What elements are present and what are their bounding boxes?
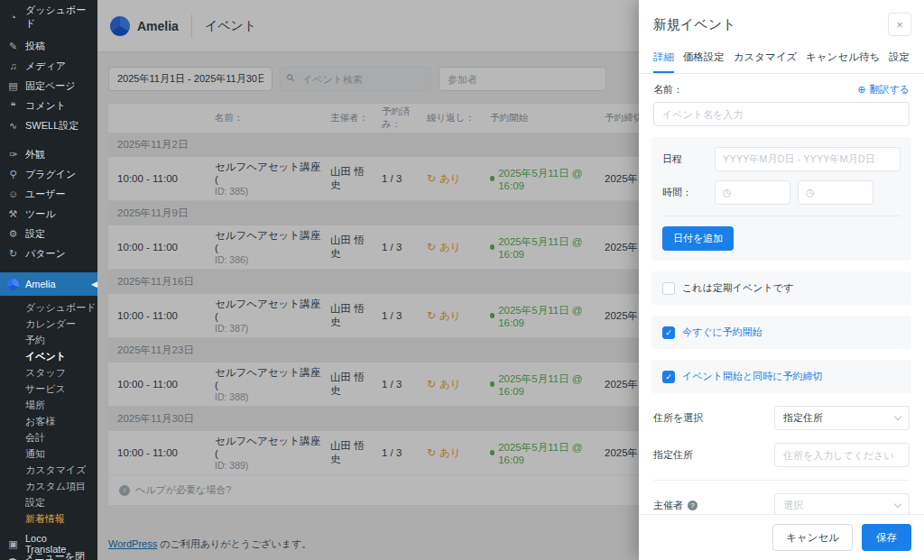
sidebar-item-label: 投稿 xyxy=(25,40,45,53)
booking-closes-at-start-checkbox[interactable]: ✓ xyxy=(662,371,675,383)
submenu-item-customers[interactable]: お客様 xyxy=(0,413,97,429)
submenu-item-whats-new[interactable]: 新着情報 xyxy=(0,510,97,527)
close-button[interactable]: × xyxy=(888,13,911,36)
start-time-input[interactable]: ◷ xyxy=(715,180,790,205)
submenu-item-dashboard[interactable]: ダッシュボード xyxy=(0,299,97,316)
media-icon: ♫ xyxy=(7,60,19,71)
address-select-row: 住所を選択 指定住所 xyxy=(639,406,924,430)
panel-title: 新規イベント xyxy=(653,16,735,33)
submenu-item-customize[interactable]: カスタマイズ xyxy=(0,462,97,478)
tab-details[interactable]: 詳細 xyxy=(653,45,674,73)
sidebar-item-label: メニューを閉じる xyxy=(24,550,90,560)
sidebar-item-label: パターン xyxy=(25,247,66,261)
sidebar-item-label: ツール xyxy=(25,207,56,221)
organizer-row: 主催者? 選択 xyxy=(639,493,924,514)
globe-icon: ⊕ xyxy=(857,84,865,96)
name-label-row: 名前： ⊕翻訳する xyxy=(639,83,924,96)
sidebar-item-swell-settings[interactable]: ∿SWELL設定 xyxy=(0,115,97,135)
tab-settings[interactable]: 設定 xyxy=(889,45,910,73)
sidebar-item-posts[interactable]: ✎投稿 xyxy=(0,36,97,56)
add-date-button[interactable]: 日付を追加 xyxy=(662,226,734,251)
name-label: 名前： xyxy=(653,83,683,96)
sidebar-item-label: 固定ページ xyxy=(25,79,76,93)
dashboard-icon: ◔ xyxy=(7,12,19,23)
submenu-item-locations[interactable]: 場所 xyxy=(0,397,97,413)
sidebar-item-patterns[interactable]: ↻パターン xyxy=(0,243,97,263)
help-icon[interactable]: ? xyxy=(688,500,698,510)
end-time-input[interactable]: ◷ xyxy=(798,180,873,205)
schedule-section: 日程 YYYY年M月D日 - YYYY年M月D日 時間： ◷ ◷ 日付を追加 xyxy=(651,137,911,261)
loco-translate-icon: ▣ xyxy=(7,538,19,550)
users-icon: ☺ xyxy=(7,188,19,199)
posts-icon: ✎ xyxy=(7,41,19,52)
select-placeholder: 選択 xyxy=(783,499,803,512)
booking-opens-now-checkbox[interactable]: ✓ xyxy=(662,326,675,339)
chevron-down-icon xyxy=(894,500,901,508)
submenu-item-notifications[interactable]: 通知 xyxy=(0,445,97,462)
wp-admin-sidebar: ◔ダッシュボード ✎投稿 ♫メディア ▤固定ページ ❝コメント ∿SWELL設定… xyxy=(0,0,97,560)
amelia-submenu: ダッシュボード カレンダー 予約 イベント スタッフ サービス 場所 お客様 会… xyxy=(0,296,97,528)
sidebar-item-comments[interactable]: ❝コメント xyxy=(0,96,97,115)
sidebar-item-plugins[interactable]: ⚲プラグイン xyxy=(0,164,97,184)
time-label: 時間： xyxy=(662,186,715,199)
sidebar-item-amelia[interactable]: Amelia ◀ xyxy=(0,272,97,296)
panel-body: 名前： ⊕翻訳する 日程 YYYY年M月D日 - YYYY年M月D日 時間： ◷… xyxy=(639,74,924,514)
booking-closes-checkbox-row: ✓ イベント開始と同時に予約締切 xyxy=(651,360,911,393)
event-name-input[interactable] xyxy=(653,102,910,126)
comments-icon: ❝ xyxy=(7,100,19,112)
sidebar-item-dashboard[interactable]: ◔ダッシュボード xyxy=(0,7,97,27)
sidebar-item-label: メディア xyxy=(25,60,66,73)
submenu-item-finance[interactable]: 会計 xyxy=(0,429,97,445)
custom-address-input[interactable] xyxy=(774,443,910,467)
plugins-icon: ⚲ xyxy=(7,169,19,180)
sidebar-item-label: プラグイン xyxy=(25,168,76,181)
checkbox-label: 今すぐに予約開始 xyxy=(682,326,762,339)
submenu-item-events[interactable]: イベント xyxy=(0,348,97,364)
submenu-item-bookings[interactable]: 予約 xyxy=(0,332,97,348)
submenu-arrow-icon: ◀ xyxy=(91,280,97,289)
chevron-down-icon xyxy=(894,413,901,420)
translate-label: 翻訳する xyxy=(869,83,910,96)
tab-pricing[interactable]: 価格設定 xyxy=(683,45,725,73)
sidebar-item-pages[interactable]: ▤固定ページ xyxy=(0,76,97,96)
sidebar-item-label: 外観 xyxy=(25,148,45,161)
cancel-button[interactable]: キャンセル xyxy=(772,524,853,551)
close-icon: × xyxy=(896,18,903,32)
sidebar-item-settings[interactable]: ⚙設定 xyxy=(0,224,97,243)
sidebar-item-tools[interactable]: ⚒ツール xyxy=(0,204,97,224)
submenu-item-custom-fields[interactable]: カスタム項目 xyxy=(0,478,97,494)
recurring-checkbox-row: これは定期イベントです xyxy=(651,271,911,305)
tab-waitlist[interactable]: キャンセル待ち xyxy=(806,45,880,73)
save-button[interactable]: 保存 xyxy=(862,524,911,551)
sidebar-item-media[interactable]: ♫メディア xyxy=(0,56,97,76)
appearance-icon: ✑ xyxy=(7,149,19,161)
recurring-event-checkbox[interactable] xyxy=(662,282,675,295)
check-icon: ✓ xyxy=(665,328,672,337)
panel-footer: キャンセル 保存 xyxy=(639,514,924,560)
check-icon: ✓ xyxy=(665,372,672,381)
event-date-range-input[interactable]: YYYY年M月D日 - YYYY年M月D日 xyxy=(715,147,901,171)
sidebar-item-users[interactable]: ☺ユーザー xyxy=(0,184,97,204)
translate-link[interactable]: ⊕翻訳する xyxy=(857,83,910,96)
submenu-item-services[interactable]: サービス xyxy=(0,381,97,397)
pages-icon: ▤ xyxy=(7,80,19,92)
address-select[interactable]: 指定住所 xyxy=(774,406,910,430)
sidebar-item-appearance[interactable]: ✑外観 xyxy=(0,144,97,164)
submenu-item-staff[interactable]: スタッフ xyxy=(0,364,97,381)
organizer-label-text: 主催者 xyxy=(653,499,683,512)
clock-icon: ◷ xyxy=(806,187,815,198)
sidebar-item-collapse-menu[interactable]: ◀メニューを閉じる xyxy=(0,554,97,560)
date-label: 日程 xyxy=(662,152,715,166)
date-row: 日程 YYYY年M月D日 - YYYY年M月D日 xyxy=(662,147,901,171)
clock-icon: ◷ xyxy=(723,187,732,198)
swell-icon: ∿ xyxy=(7,120,19,132)
submenu-item-settings[interactable]: 設定 xyxy=(0,494,97,510)
organizer-select[interactable]: 選択 xyxy=(774,493,910,514)
booking-opens-checkbox-row: ✓ 今すぐに予約開始 xyxy=(651,316,911,349)
custom-address-label: 指定住所 xyxy=(653,448,693,462)
tab-customize[interactable]: カスタマイズ xyxy=(734,45,798,73)
submenu-item-calendar[interactable]: カレンダー xyxy=(0,316,97,332)
date-placeholder: YYYY年M月D日 - YYYY年M月D日 xyxy=(723,152,875,166)
patterns-icon: ↻ xyxy=(7,248,19,260)
checkbox-label: イベント開始と同時に予約締切 xyxy=(682,370,823,383)
